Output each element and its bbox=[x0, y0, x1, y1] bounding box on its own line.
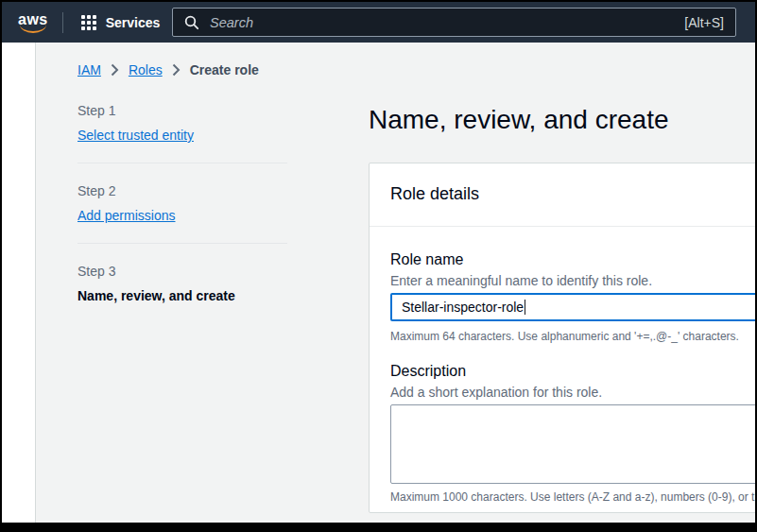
description-constraint: Maximum 1000 characters. Use letters (A-… bbox=[390, 489, 755, 505]
step-1-link[interactable]: Select trusted entity bbox=[77, 126, 287, 145]
role-details-card-body: Role name Enter a meaningful name to ide… bbox=[370, 227, 755, 520]
role-name-description: Enter a meaningful name to identify this… bbox=[390, 272, 755, 289]
role-name-label: Role name bbox=[390, 249, 755, 270]
search-icon bbox=[184, 15, 199, 30]
breadcrumb-link-roles[interactable]: Roles bbox=[129, 62, 163, 77]
search-shortcut-hint: [Alt+S] bbox=[684, 15, 724, 30]
step-2: Step 2 Add permissions bbox=[77, 181, 287, 225]
page-content: IAM Roles Create role Step 1 Select trus… bbox=[36, 43, 755, 523]
description-description: Add a short explanation for this role. bbox=[390, 384, 755, 401]
chevron-right-icon bbox=[172, 63, 181, 77]
collapsed-side-panel bbox=[2, 43, 36, 523]
role-details-card-header: Role details bbox=[370, 163, 755, 227]
step-1: Step 1 Select trusted entity bbox=[77, 101, 287, 145]
step-3-current-label: Name, review, and create bbox=[77, 286, 287, 305]
services-label: Services bbox=[106, 15, 161, 30]
role-details-heading: Role details bbox=[390, 182, 755, 205]
role-name-input[interactable]: Stellar-inspector-role bbox=[390, 293, 755, 321]
role-name-constraint: Maximum 64 characters. Use alphanumeric … bbox=[390, 329, 755, 344]
page-title: Name, review, and create bbox=[369, 102, 669, 138]
aws-logo[interactable]: aws bbox=[18, 12, 48, 33]
chevron-right-icon bbox=[111, 63, 119, 77]
role-name-input-value: Stellar-inspector-role bbox=[402, 300, 524, 315]
services-menu-button[interactable]: Services bbox=[81, 15, 161, 30]
text-cursor bbox=[525, 300, 525, 315]
global-search-input[interactable]: Search [Alt+S] bbox=[172, 8, 736, 37]
browser-viewport: aws Services Search [Alt+S] bbox=[2, 2, 755, 523]
topbar-divider bbox=[62, 12, 63, 33]
search-placeholder: Search bbox=[210, 15, 684, 30]
role-name-field-group: Role name Enter a meaningful name to ide… bbox=[390, 249, 755, 344]
step-divider bbox=[77, 163, 287, 163]
step-divider bbox=[77, 243, 287, 244]
description-label: Description bbox=[390, 361, 755, 382]
step-2-link[interactable]: Add permissions bbox=[77, 206, 287, 225]
step-3-current: Step 3 Name, review, and create bbox=[77, 262, 287, 305]
description-field-group: Description Add a short explanation for … bbox=[390, 361, 755, 505]
step-2-number: Step 2 bbox=[77, 181, 287, 200]
services-grid-icon bbox=[81, 15, 96, 30]
breadcrumb-current-page: Create role bbox=[190, 62, 259, 77]
aws-top-nav: aws Services Search [Alt+S] bbox=[2, 2, 755, 43]
breadcrumb: IAM Roles Create role bbox=[77, 62, 259, 77]
breadcrumb-link-iam[interactable]: IAM bbox=[77, 62, 101, 77]
aws-smile-icon bbox=[20, 25, 46, 33]
step-3-number: Step 3 bbox=[77, 262, 287, 281]
wizard-steps-nav: Step 1 Select trusted entity Step 2 Add … bbox=[77, 101, 287, 305]
role-details-card: Role details Role name Enter a meaningfu… bbox=[369, 163, 755, 513]
description-textarea[interactable] bbox=[390, 404, 755, 484]
step-1-number: Step 1 bbox=[77, 101, 287, 120]
